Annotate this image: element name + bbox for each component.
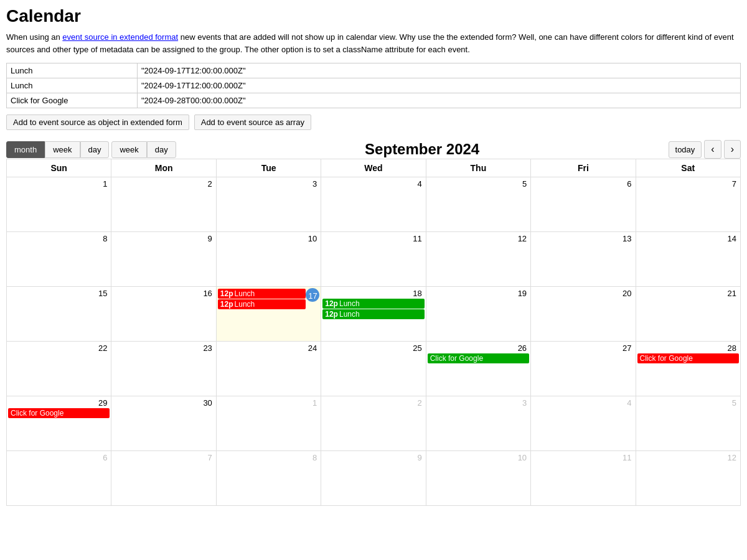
day-number: 12: [725, 452, 739, 464]
calendar-day-cell[interactable]: 14: [636, 232, 740, 287]
day-number: 11: [620, 452, 634, 464]
calendar-event[interactable]: 12pLunch: [218, 289, 306, 299]
page-description: When using an event source in extended f…: [6, 31, 741, 55]
calendar-day-cell[interactable]: 8: [216, 451, 321, 506]
day-number: 13: [620, 233, 634, 245]
add-extended-button[interactable]: Add to event source as object in extende…: [6, 114, 189, 130]
calendar-week-row: 2223242526Click for Google2728Click for …: [7, 342, 741, 396]
calendar-day-cell[interactable]: 1812pLunch12pLunch: [321, 287, 426, 342]
event-label: Lunch: [7, 78, 138, 93]
day-number: 29: [96, 397, 110, 409]
calendar-day-cell[interactable]: 15: [7, 287, 111, 342]
day-number: 20: [620, 287, 634, 299]
calendar-day-cell[interactable]: 1: [216, 396, 321, 451]
calendar-day-cell[interactable]: 11: [531, 451, 636, 506]
calendar-day-cell[interactable]: 7: [111, 451, 216, 506]
calendar-day-cell[interactable]: 11: [321, 232, 426, 287]
calendar-day-cell[interactable]: 2: [321, 396, 426, 451]
calendar-day-cell[interactable]: 1: [7, 177, 111, 232]
day-number: 6: [100, 452, 110, 464]
calendar-day-cell[interactable]: 7: [636, 177, 740, 232]
day-number: 4: [415, 178, 424, 190]
calendar-title: September 2024: [176, 141, 669, 158]
event-table-row: Lunch"2024-09-17T12:00:00.000Z": [7, 63, 741, 78]
event-table-row: Lunch"2024-09-17T12:00:00.000Z": [7, 78, 741, 93]
calendar-day-cell[interactable]: 26Click for Google: [426, 342, 530, 396]
day-number: 19: [515, 287, 529, 299]
day-number: 9: [415, 452, 424, 464]
calendar-day-cell[interactable]: 19: [426, 287, 530, 342]
calendar-day-cell[interactable]: 6: [7, 451, 111, 506]
calendar-event[interactable]: 12pLunch: [322, 299, 424, 309]
day-number: 23: [200, 342, 214, 354]
calendar-toolbar: month week day week day September 2024 t…: [6, 140, 741, 159]
calendar-event[interactable]: 12pLunch: [322, 309, 424, 319]
event-time: 12p: [325, 299, 338, 308]
event-time: 12p: [220, 300, 233, 309]
next-button[interactable]: ›: [724, 140, 741, 159]
calendar-day-cell[interactable]: 12: [426, 232, 530, 287]
calendar-day-cell[interactable]: 5: [636, 396, 740, 451]
view-month-button[interactable]: month: [6, 141, 45, 158]
calendar-day-cell[interactable]: 16: [111, 287, 216, 342]
calendar-day-cell[interactable]: 9: [111, 232, 216, 287]
calendar-day-cell[interactable]: 12: [636, 451, 740, 506]
view-day-button-2[interactable]: day: [147, 141, 176, 158]
calendar-day-cell[interactable]: 25: [321, 342, 426, 396]
day-number: 5: [730, 397, 739, 409]
day-number: 16: [200, 287, 214, 299]
calendar-day-cell[interactable]: 13: [531, 232, 636, 287]
day-number: 30: [200, 397, 214, 409]
calendar-event[interactable]: Click for Google: [637, 353, 739, 363]
calendar-event[interactable]: 12pLunch: [218, 299, 306, 309]
calendar-day-cell[interactable]: 8: [7, 232, 111, 287]
day-number: 3: [310, 178, 319, 190]
calendar-day-cell[interactable]: 10: [426, 451, 530, 506]
event-value: "2024-09-28T00:00:00.000Z": [138, 93, 741, 108]
day-number: 10: [306, 233, 319, 245]
view-week-button-1[interactable]: week: [45, 141, 80, 158]
calendar-day-cell[interactable]: 1712pLunch12pLunch: [216, 287, 321, 342]
day-number: 2: [205, 178, 215, 190]
event-value: "2024-09-17T12:00:00.000Z": [138, 63, 741, 78]
event-label: Click for Google: [7, 93, 138, 108]
event-label: Lunch: [339, 299, 360, 308]
calendar-day-cell[interactable]: 20: [531, 287, 636, 342]
calendar-day-cell[interactable]: 28Click for Google: [636, 342, 740, 396]
calendar-day-cell[interactable]: 3: [426, 396, 530, 451]
extended-format-link[interactable]: event source in extended format: [62, 32, 178, 42]
calendar-day-cell[interactable]: 29Click for Google: [7, 396, 111, 451]
calendar-event[interactable]: Click for Google: [428, 353, 529, 363]
calendar-day-cell[interactable]: 23: [111, 342, 216, 396]
calendar-day-cell[interactable]: 5: [426, 177, 530, 232]
calendar-week-row: 29Click for Google3012345: [7, 396, 741, 451]
calendar-day-cell[interactable]: 10: [216, 232, 321, 287]
calendar-week-row: 6789101112: [7, 451, 741, 506]
day-header: Sun: [7, 159, 111, 177]
calendar-day-cell[interactable]: 6: [531, 177, 636, 232]
calendar-day-cell[interactable]: 22: [7, 342, 111, 396]
day-number: 8: [100, 233, 110, 245]
add-array-button[interactable]: Add to event source as array: [194, 114, 311, 130]
calendar-day-cell[interactable]: 4: [321, 177, 426, 232]
calendar-day-cell[interactable]: 21: [636, 287, 740, 342]
day-number: 25: [410, 342, 424, 354]
prev-button[interactable]: ‹: [704, 140, 721, 159]
calendar-day-cell[interactable]: 2: [111, 177, 216, 232]
calendar-day-cell[interactable]: 27: [531, 342, 636, 396]
calendar-week-row: 15161712pLunch12pLunch1812pLunch12pLunch…: [7, 287, 741, 342]
calendar-day-cell[interactable]: 30: [111, 396, 216, 451]
event-value: "2024-09-17T12:00:00.000Z": [138, 78, 741, 93]
day-number: 5: [520, 178, 529, 190]
view-week-button-2[interactable]: week: [111, 141, 146, 158]
day-header: Sat: [636, 159, 740, 177]
view-day-button-1[interactable]: day: [80, 141, 110, 158]
day-number: 6: [624, 178, 634, 190]
calendar-day-cell[interactable]: 9: [321, 451, 426, 506]
today-button[interactable]: today: [669, 141, 702, 158]
day-header: Fri: [531, 159, 636, 177]
calendar-day-cell[interactable]: 4: [531, 396, 636, 451]
calendar-day-cell[interactable]: 3: [216, 177, 321, 232]
calendar-event[interactable]: Click for Google: [8, 408, 110, 418]
calendar-day-cell[interactable]: 24: [216, 342, 321, 396]
